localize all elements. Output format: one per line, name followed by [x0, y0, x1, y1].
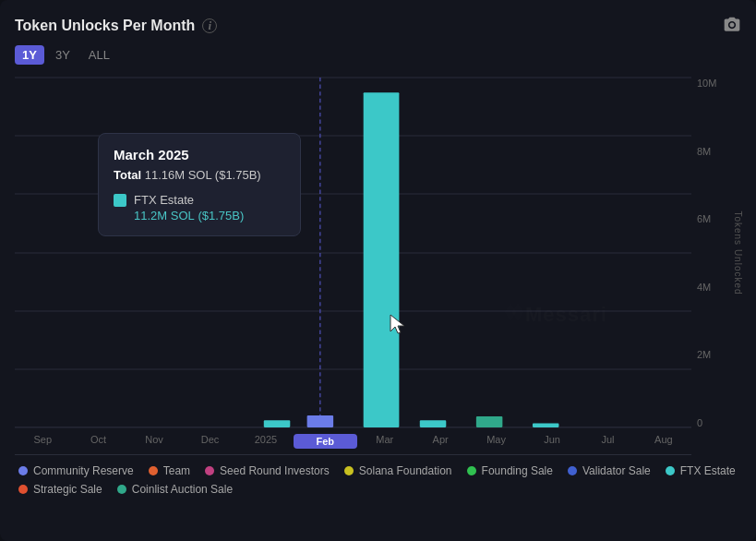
- legend-dot-community-reserve: [18, 466, 28, 475]
- y-label-10m: 10M: [697, 78, 716, 89]
- legend-label-community-reserve: Community Reserve: [33, 464, 134, 477]
- svg-rect-7: [264, 420, 291, 427]
- x-axis: Sep Oct Nov Dec 2025 Feb Mar Apr May Jun…: [15, 428, 691, 449]
- legend-item-seed-round: Seed Round Investors: [205, 464, 330, 477]
- x-label-2025: 2025: [238, 434, 294, 449]
- legend-dot-solana-foundation: [344, 466, 354, 475]
- y-label-2m: 2M: [697, 349, 711, 360]
- time-btn-all[interactable]: ALL: [81, 45, 117, 65]
- tooltip-total-label: Total: [114, 168, 141, 182]
- tooltip-item: FTX Estate 11.2M SOL ($1.75B): [114, 193, 285, 222]
- legend-item-validator-sale: Validator Sale: [568, 464, 651, 477]
- legend-dot-strategic-sale: [18, 485, 28, 494]
- legend: Community Reserve Team Seed Round Invest…: [15, 464, 741, 496]
- legend-dot-validator-sale: [568, 466, 577, 475]
- chart-title-group: Token Unlocks Per Month i: [15, 18, 217, 34]
- tooltip-item-name: FTX Estate: [134, 193, 194, 207]
- tooltip-date: March 2025: [114, 147, 285, 162]
- x-label-jul: Jul: [580, 434, 635, 449]
- tooltip-total-value: 11.16M SOL ($1.75B): [145, 168, 261, 182]
- x-label-mar: Mar: [357, 434, 413, 449]
- tooltip-total: Total 11.16M SOL ($1.75B): [114, 168, 285, 182]
- y-axis-label: Tokens Unlocked: [733, 210, 743, 295]
- x-label-nov: Nov: [126, 434, 182, 449]
- y-label-6m: 6M: [697, 213, 711, 224]
- time-btn-3y[interactable]: 3Y: [48, 45, 78, 65]
- legend-item-community-reserve: Community Reserve: [18, 464, 134, 477]
- legend-label-strategic-sale: Strategic Sale: [33, 483, 102, 496]
- legend-divider: [15, 454, 691, 455]
- svg-rect-11: [420, 420, 447, 427]
- y-axis-right: 10M 8M 6M 4M 2M 0 Tokens Unlocked: [691, 78, 741, 428]
- legend-item-solana-foundation: Solana Foundation: [344, 464, 452, 477]
- tooltip-color-box: [114, 194, 126, 207]
- x-label-apr: Apr: [413, 434, 468, 449]
- x-label-may: May: [468, 434, 523, 449]
- chart-container: Token Unlocks Per Month i 1Y 3Y ALL: [0, 0, 756, 541]
- chart-area: March 2025 Total 11.16M SOL ($1.75B) FTX…: [15, 78, 741, 428]
- svg-rect-12: [476, 416, 503, 427]
- y-label-4m: 4M: [697, 282, 711, 293]
- legend-label-ftx-estate: FTX Estate: [680, 464, 736, 477]
- chart-inner: March 2025 Total 11.16M SOL ($1.75B) FTX…: [15, 78, 691, 428]
- tooltip-value-sol: 11.2M SOL: [134, 209, 195, 222]
- info-icon[interactable]: i: [202, 18, 217, 33]
- legend-label-solana-foundation: Solana Foundation: [359, 464, 452, 477]
- svg-rect-10: [364, 92, 400, 427]
- y-label-0: 0: [697, 417, 702, 428]
- legend-item-ftx-estate: FTX Estate: [666, 464, 736, 477]
- legend-label-coinlist: Coinlist Auction Sale: [132, 483, 233, 496]
- svg-rect-9: [307, 415, 334, 427]
- x-label-jun: Jun: [524, 434, 580, 449]
- time-controls: 1Y 3Y ALL: [15, 45, 741, 65]
- chart-title: Token Unlocks Per Month: [15, 18, 195, 34]
- x-label-aug: Aug: [636, 434, 691, 449]
- x-label-dec: Dec: [182, 434, 237, 449]
- chart-svg: [15, 78, 691, 428]
- x-label-feb: Feb: [294, 434, 356, 449]
- legend-label-team: Team: [163, 464, 190, 477]
- legend-dot-founding-sale: [467, 466, 476, 475]
- tooltip-item-value: 11.2M SOL ($1.75B): [114, 209, 285, 222]
- legend-item-team: Team: [149, 464, 190, 477]
- x-label-oct: Oct: [70, 434, 126, 449]
- legend-item-founding-sale: Founding Sale: [467, 464, 553, 477]
- legend-item-strategic-sale: Strategic Sale: [18, 483, 102, 496]
- legend-dot-seed-round: [205, 466, 214, 475]
- camera-icon[interactable]: [723, 15, 741, 36]
- svg-rect-13: [533, 424, 559, 427]
- tooltip-item-row: FTX Estate: [114, 193, 285, 207]
- tooltip: March 2025 Total 11.16M SOL ($1.75B) FTX…: [98, 133, 301, 236]
- tooltip-value-usd: ($1.75B): [198, 209, 244, 222]
- legend-label-founding-sale: Founding Sale: [482, 464, 553, 477]
- legend-dot-ftx-estate: [666, 466, 675, 475]
- chart-header: Token Unlocks Per Month i: [15, 15, 741, 36]
- legend-label-validator-sale: Validator Sale: [582, 464, 651, 477]
- x-label-sep: Sep: [15, 434, 70, 449]
- time-btn-1y[interactable]: 1Y: [15, 45, 44, 65]
- legend-label-seed-round: Seed Round Investors: [220, 464, 330, 477]
- legend-item-coinlist: Coinlist Auction Sale: [117, 483, 233, 496]
- y-label-8m: 8M: [697, 146, 711, 157]
- legend-dot-team: [149, 466, 158, 475]
- legend-dot-coinlist: [117, 485, 126, 494]
